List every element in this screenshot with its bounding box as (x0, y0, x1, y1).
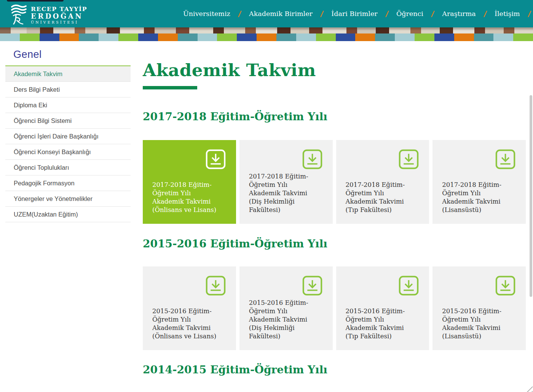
nav-universitemiz[interactable]: Üniversitemiz (183, 10, 230, 18)
mosaic-square (513, 33, 533, 41)
nav-separator-icon: / (320, 9, 324, 18)
download-card-2017-onlisans[interactable]: 2017-2018 Eğitim-Öğretim Yılı Akademik T… (143, 140, 236, 224)
download-card-2015-dis-hekimligi[interactable]: 2015-2016 Eğitim-Öğretim Yılı Akademik T… (239, 266, 333, 350)
sidebar-item-ogrenci-bilgi-sistemi[interactable]: Öğrenci Bilgi Sistemi (5, 113, 131, 129)
mosaic-square (415, 33, 434, 41)
card-label: 2015-2016 Eğitim-Öğretim Yılı Akademik T… (249, 299, 321, 341)
nav-ogrenci[interactable]: Öğrenci (396, 10, 423, 18)
logo-wave-icon (10, 4, 27, 25)
download-card-2015-onlisans[interactable]: 2015-2016 Eğitim-Öğretim Yılı Akademik T… (143, 266, 236, 350)
download-icon (495, 149, 515, 169)
sidebar-item-pedagojik-formasyon[interactable]: Pedagojik Formasyon (5, 175, 131, 191)
card-label: 2017-2018 Eğitim-Öğretim Yılı Akademik T… (152, 181, 224, 214)
mosaic-square (217, 33, 237, 41)
mosaic-square (493, 33, 513, 41)
title-underline (143, 86, 197, 89)
mosaic-square (178, 33, 198, 41)
section-heading-2017-2018: 2017-2018 Eğitim-Öğretim Yılı (143, 110, 526, 123)
download-card-2015-lisansustu[interactable]: 2015-2016 Eğitim-Öğretim Yılı Akademik T… (432, 266, 526, 350)
vertical-scrollbar[interactable] (530, 95, 532, 297)
page-title: Akademik Takvim (143, 60, 526, 80)
nav-separator-icon: / (527, 9, 531, 18)
mosaic-square (355, 33, 375, 41)
top-left-dark-strip (7, 0, 64, 2)
card-label: 2017-2018 Eğitim-Öğretim Yılı Akademik T… (346, 181, 417, 214)
page: RECEP TAYYİP ERDOĞAN ÜNİVERSİTESİ Üniver… (0, 0, 533, 392)
mosaic-square (198, 33, 217, 41)
mosaic-square (158, 33, 178, 41)
sidebar-item-ogrenci-isleri[interactable]: Öğrenci İşleri Daire Başkanlığı (5, 129, 131, 144)
logo-text: RECEP TAYYİP ERDOĞAN ÜNİVERSİTESİ (31, 4, 87, 24)
mosaic-square (395, 33, 415, 41)
sidebar-item-ders-bilgi-paketi[interactable]: Ders Bilgi Paketi (5, 82, 131, 97)
card-label: 2015-2016 Eğitim-Öğretim Yılı Akademik T… (442, 307, 514, 341)
download-card-2017-lisansustu[interactable]: 2017-2018 Eğitim-Öğretim Yılı Akademik T… (432, 140, 526, 224)
sidebar-menu: Akademik Takvim Ders Bilgi Paketi Diplom… (5, 65, 131, 222)
logo-line-1: RECEP TAYYİP (31, 6, 87, 13)
sidebar-item-akademik-takvim[interactable]: Akademik Takvim (5, 66, 131, 82)
download-card-2017-tip[interactable]: 2017-2018 Eğitim-Öğretim Yılı Akademik T… (336, 140, 429, 224)
download-card-2015-tip[interactable]: 2015-2016 Eğitim-Öğretim Yılı Akademik T… (336, 266, 429, 350)
mosaic-square (296, 33, 316, 41)
card-row-2017-2018: 2017-2018 Eğitim-Öğretim Yılı Akademik T… (143, 140, 526, 224)
mosaic-square (474, 33, 494, 41)
nav-idari-birimler[interactable]: İdari Birimler (331, 10, 377, 18)
nav-akademik-birimler[interactable]: Akademik Birimler (249, 10, 313, 18)
card-label: 2015-2016 Eğitim-Öğretim Yılı Akademik T… (152, 307, 224, 341)
nav-separator-icon: / (385, 9, 389, 18)
download-icon (302, 276, 322, 296)
mosaic-square (138, 33, 158, 41)
mosaic-square (118, 33, 138, 41)
building-photo-strip (0, 27, 533, 33)
university-logo[interactable]: RECEP TAYYİP ERDOĞAN ÜNİVERSİTESİ (10, 4, 87, 25)
resize-grip-icon (525, 384, 533, 392)
card-label: 2017-2018 Eğitim-Öğretim Yılı Akademik T… (249, 172, 321, 214)
mosaic-square (316, 33, 336, 41)
download-icon (206, 276, 226, 296)
logo-line-2: ERDOĞAN (31, 13, 87, 20)
sidebar: Genel Akademik Takvim Ders Bilgi Paketi … (5, 49, 131, 222)
mosaic-square (276, 33, 296, 41)
nav-separator-icon: / (238, 9, 242, 18)
sidebar-title: Genel (5, 49, 131, 61)
logo-line-3: ÜNİVERSİTESİ (31, 21, 87, 24)
section-heading-2015-2016: 2015-2016 Eğitim-Öğretim Yılı (143, 237, 526, 250)
section-heading-2014-2015: 2014-2015 Eğitim-Öğretim Yılı (143, 363, 526, 376)
mosaic-square (257, 33, 276, 41)
sidebar-item-yonergeler[interactable]: Yönergeler ve Yönetmelikler (5, 191, 131, 207)
sidebar-item-ogrenci-topluluklari[interactable]: Öğrenci Toplulukları (5, 160, 131, 175)
mosaic-square (20, 33, 40, 41)
mosaic-square (434, 33, 454, 41)
site-header: RECEP TAYYİP ERDOĞAN ÜNİVERSİTESİ Üniver… (0, 0, 533, 27)
download-icon (399, 276, 419, 296)
nav-separator-icon: / (431, 9, 435, 18)
mosaic-square (40, 33, 59, 41)
card-row-2015-2016: 2015-2016 Eğitim-Öğretim Yılı Akademik T… (143, 266, 526, 350)
mosaic-square (79, 33, 99, 41)
main-content: Akademik Takvim 2017-2018 Eğitim-Öğretim… (143, 41, 526, 376)
mosaic-square (375, 33, 395, 41)
download-icon (399, 149, 419, 169)
nav-separator-icon: / (483, 9, 487, 18)
mosaic-square (59, 33, 79, 41)
mosaic-square (237, 33, 257, 41)
card-label: 2015-2016 Eğitim-Öğretim Yılı Akademik T… (346, 307, 417, 341)
mosaic-color-strip (0, 33, 533, 41)
mosaic-square (454, 33, 474, 41)
nav-iletisim[interactable]: İletişim (495, 10, 520, 18)
card-label: 2017-2018 Eğitim-Öğretim Yılı Akademik T… (442, 181, 514, 214)
sidebar-item-diploma-eki[interactable]: Diploma Eki (5, 97, 131, 113)
download-icon (495, 276, 515, 296)
sidebar-item-ogrenci-konseyi[interactable]: Öğrenci Konseyi Başkanlığı (5, 144, 131, 160)
download-icon (206, 149, 226, 169)
download-icon (302, 149, 322, 169)
main-nav: Üniversitemiz / Akademik Birimler / İdar… (183, 9, 533, 18)
nav-arastirma[interactable]: Araştırma (442, 10, 476, 18)
mosaic-square (0, 33, 20, 41)
mosaic-square (99, 33, 118, 41)
mosaic-square (336, 33, 356, 41)
download-card-2017-dis-hekimligi[interactable]: 2017-2018 Eğitim-Öğretim Yılı Akademik T… (239, 140, 333, 224)
sidebar-item-uzem[interactable]: UZEM(Uzaktan Eğitim) (5, 207, 131, 222)
